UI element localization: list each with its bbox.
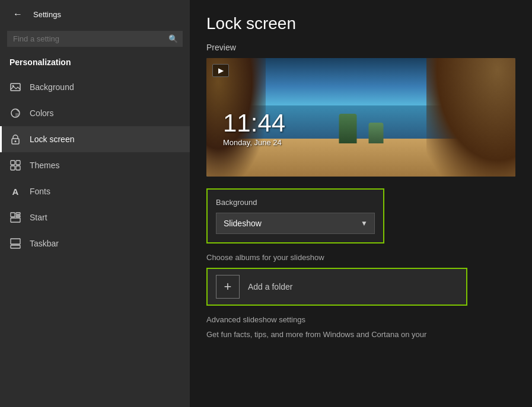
sidebar-header: ← Settings [0, 0, 190, 28]
sidebar: ← Settings 🔍 Personalization Background [0, 0, 190, 407]
background-dropdown-wrapper: Windows spotlight Picture Slideshow ▼ [216, 213, 375, 234]
video-playback-icon: ▶ [212, 64, 229, 77]
svg-rect-11 [16, 216, 20, 217]
sidebar-item-background[interactable]: Background [0, 74, 190, 100]
svg-rect-0 [11, 84, 20, 91]
preview-area: ▶ 11:44 Monday, June 24 [206, 58, 515, 177]
colors-label: Colors [30, 108, 53, 118]
search-input[interactable] [7, 31, 183, 47]
info-text: Get fun facts, tips, and more from Windo… [206, 329, 503, 341]
fonts-icon: A [9, 185, 21, 197]
back-button[interactable]: ← [9, 6, 26, 23]
sidebar-item-start[interactable]: Start [0, 204, 190, 230]
page-title: Lock screen [206, 14, 515, 33]
svg-point-4 [15, 140, 17, 142]
fonts-label: Fonts [30, 187, 50, 196]
svg-rect-14 [11, 239, 20, 244]
themes-icon [9, 159, 21, 171]
background-dropdown[interactable]: Windows spotlight Picture Slideshow [216, 213, 375, 234]
clock-date: Monday, June 24 [223, 138, 285, 147]
sidebar-item-themes[interactable]: Themes [0, 152, 190, 178]
svg-rect-7 [11, 166, 15, 170]
svg-rect-10 [16, 213, 20, 214]
colors-icon [9, 107, 21, 119]
main-content: Lock screen Preview ▶ 11:44 Monday, Ju [190, 0, 532, 407]
svg-rect-8 [16, 166, 20, 170]
add-folder-button[interactable]: + Add a folder [206, 268, 467, 306]
svg-rect-6 [16, 161, 20, 165]
start-icon [9, 211, 21, 223]
search-box: 🔍 [7, 31, 183, 47]
background-section: Background Windows spotlight Picture Sli… [206, 188, 384, 243]
lock-icon [9, 133, 21, 145]
svg-rect-12 [11, 218, 20, 222]
svg-rect-13 [11, 245, 20, 248]
add-folder-label: Add a folder [248, 282, 293, 291]
background-label: Background [30, 82, 74, 92]
sidebar-item-fonts[interactable]: A Fonts [0, 178, 190, 204]
svg-rect-5 [11, 161, 15, 165]
themes-label: Themes [30, 161, 60, 170]
start-label: Start [30, 213, 47, 222]
sidebar-item-taskbar[interactable]: Taskbar [0, 230, 190, 257]
sidebar-item-colors[interactable]: Colors [0, 100, 190, 126]
search-icon: 🔍 [168, 34, 178, 43]
taskbar-label: Taskbar [30, 239, 59, 248]
background-section-label: Background [216, 198, 375, 207]
clock-time: 11:44 [223, 111, 285, 136]
advanced-slideshow-link[interactable]: Advanced slideshow settings [206, 315, 515, 324]
preview-label: Preview [206, 43, 515, 52]
time-display: 11:44 Monday, June 24 [223, 111, 285, 147]
app-title: Settings [33, 10, 61, 19]
lock-screen-label: Lock screen [30, 134, 74, 144]
nav-menu: Background Colors Lock screen [0, 74, 190, 257]
sidebar-item-lock-screen[interactable]: Lock screen [0, 126, 190, 152]
album-section-label: Choose albums for your slideshow [206, 253, 515, 262]
taskbar-icon [9, 238, 21, 249]
plus-icon: + [216, 275, 240, 299]
svg-rect-9 [11, 213, 15, 217]
section-label: Personalization [0, 53, 190, 74]
background-icon [9, 81, 21, 93]
